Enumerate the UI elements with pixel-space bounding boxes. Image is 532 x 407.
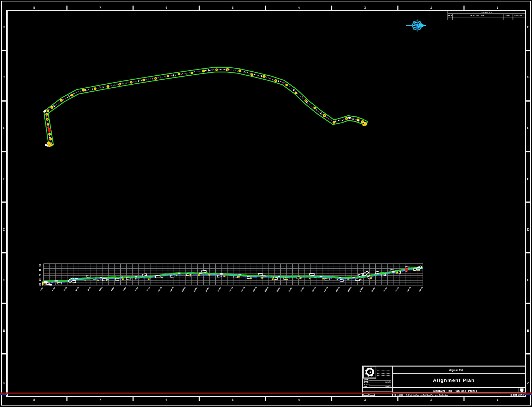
- svg-text:Alignment Plan: Alignment Plan: [433, 378, 475, 383]
- svg-text:H: H: [527, 25, 529, 29]
- svg-text:45: 45: [39, 269, 41, 271]
- svg-text:Magnum Rail: Magnum Rail: [449, 369, 463, 372]
- svg-text:D: D: [3, 227, 5, 231]
- svg-text:G: G: [3, 75, 5, 79]
- svg-text:xx/xx/xx: xx/xx/xx: [384, 385, 391, 387]
- svg-text:40: 40: [39, 274, 41, 276]
- svg-text:G: G: [527, 75, 529, 79]
- svg-text:I S S U E S: I S S U E S: [481, 11, 492, 13]
- svg-text:B: B: [527, 328, 529, 332]
- svg-text:2: 2: [430, 398, 432, 402]
- svg-text:DATE: DATE: [364, 381, 369, 383]
- svg-text:C: C: [527, 278, 529, 282]
- svg-text:Magnum_Rail_Plan_and_Profile: Magnum_Rail_Plan_and_Profile: [433, 389, 477, 392]
- svg-text:DESCRIPTION: DESCRIPTION: [471, 15, 484, 17]
- svg-text:35: 35: [39, 278, 41, 281]
- svg-text:DATE: DATE: [505, 15, 511, 17]
- svg-text:5: 5: [232, 398, 233, 402]
- svg-text:1: 1: [496, 5, 498, 9]
- svg-text:1: 1: [496, 398, 498, 402]
- svg-text:E: E: [3, 177, 5, 181]
- svg-text:6: 6: [165, 398, 167, 402]
- svg-text:3: 3: [364, 5, 366, 9]
- svg-text:5: 5: [232, 5, 233, 9]
- svg-text:4: 4: [298, 398, 300, 402]
- svg-text:7: 7: [99, 398, 101, 402]
- svg-text:A: A: [527, 381, 529, 385]
- svg-text:xx/xx/xx: xx/xx/xx: [384, 381, 391, 383]
- svg-text:D: D: [527, 227, 529, 231]
- svg-text:F: F: [527, 126, 529, 130]
- svg-text:H: H: [3, 25, 5, 29]
- svg-text:50: 50: [39, 264, 41, 267]
- svg-text:F: F: [3, 126, 5, 130]
- svg-text:A: A: [3, 381, 5, 385]
- svg-text:7: 7: [99, 5, 101, 9]
- svg-text:3: 3: [364, 398, 366, 402]
- svg-text:DWG: DWG: [364, 386, 368, 388]
- svg-text:8: 8: [33, 5, 35, 9]
- svg-text:8: 8: [33, 398, 35, 402]
- svg-text:E: E: [527, 177, 529, 181]
- svg-text:B: B: [3, 328, 5, 332]
- svg-text:C: C: [3, 278, 5, 282]
- svg-text:REV: REV: [448, 15, 452, 17]
- svg-text:4: 4: [298, 5, 300, 9]
- svg-text:2: 2: [430, 5, 432, 9]
- svg-text:30: 30: [39, 283, 41, 286]
- svg-text:APPROVED: APPROVED: [514, 15, 524, 17]
- svg-text:6: 6: [165, 5, 167, 9]
